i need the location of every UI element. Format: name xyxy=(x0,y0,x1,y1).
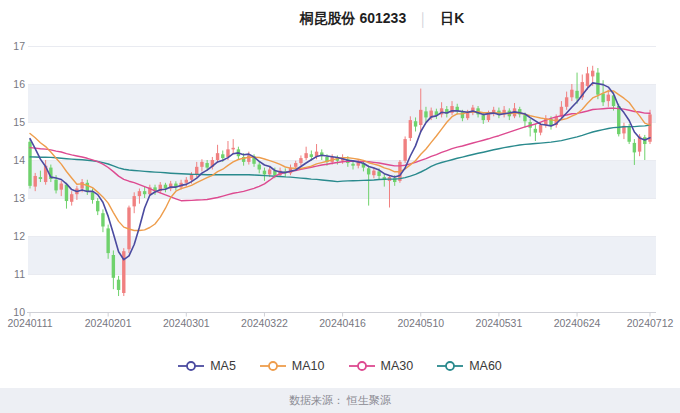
legend-item-ma10[interactable]: MA10 xyxy=(260,359,325,373)
legend-item-ma30[interactable]: MA30 xyxy=(349,359,414,373)
svg-text:20240416: 20240416 xyxy=(319,317,366,329)
svg-text:20240510: 20240510 xyxy=(397,317,444,329)
svg-text:20240531: 20240531 xyxy=(476,317,523,329)
svg-text:20240322: 20240322 xyxy=(241,317,288,329)
svg-text:16: 16 xyxy=(13,78,25,90)
y-axis-labels: 1011121314151617 xyxy=(13,40,25,318)
legend-item-ma5[interactable]: MA5 xyxy=(178,359,236,373)
svg-text:20240712: 20240712 xyxy=(627,317,674,329)
svg-text:13: 13 xyxy=(13,192,25,204)
ma-legend: MA5MA10MA30MA60 xyxy=(0,359,680,373)
svg-text:14: 14 xyxy=(13,154,25,166)
legend-label: MA5 xyxy=(210,359,236,373)
ma30-marker-icon xyxy=(349,360,375,372)
legend-item-ma60[interactable]: MA60 xyxy=(437,359,502,373)
legend-label: MA30 xyxy=(381,359,414,373)
ma5-marker-icon xyxy=(178,360,204,372)
ma10-marker-icon xyxy=(260,360,286,372)
svg-text:17: 17 xyxy=(13,40,25,52)
svg-text:10: 10 xyxy=(13,306,25,318)
legend-label: MA60 xyxy=(469,359,502,373)
data-source-footer: 数据来源： 恒生聚源 xyxy=(0,388,680,413)
svg-text:11: 11 xyxy=(14,268,25,280)
kline-chart[interactable]: 1011121314151617202401112024020120240301… xyxy=(0,0,680,352)
svg-text:20240624: 20240624 xyxy=(554,317,601,329)
svg-text:20240201: 20240201 xyxy=(85,317,132,329)
svg-text:20240111: 20240111 xyxy=(7,317,52,329)
svg-text:20240301: 20240301 xyxy=(163,317,210,329)
svg-text:15: 15 xyxy=(13,116,25,128)
x-axis: 2024011120240201202403012024032220240416… xyxy=(7,313,673,330)
svg-text:12: 12 xyxy=(13,230,25,242)
legend-label: MA10 xyxy=(292,359,325,373)
ma60-marker-icon xyxy=(437,360,463,372)
